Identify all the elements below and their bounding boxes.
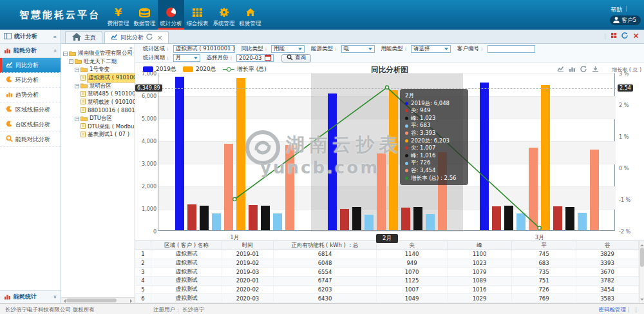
- tree-node[interactable]: −湖南物业管理有限公司: [63, 50, 135, 58]
- filter-select[interactable]: 用能: [271, 45, 305, 53]
- tab-close-icon[interactable]: ×: [157, 34, 162, 41]
- tree-node[interactable]: −旺龙天下二期: [63, 58, 135, 66]
- refresh-toolbar-icon[interactable]: [580, 66, 587, 74]
- chevron-down-icon[interactable]: «: [52, 295, 58, 299]
- calendar-icon[interactable]: [265, 54, 271, 62]
- query-button[interactable]: 查询: [281, 54, 311, 63]
- table-row[interactable]: 6虚拟测试2020-036430104910297693583: [135, 294, 644, 303]
- tree-expander-icon[interactable]: −: [75, 117, 79, 121]
- table-cell: 683: [512, 259, 576, 268]
- scroll-up-icon[interactable]: [640, 242, 644, 246]
- table-cell: 1079: [448, 268, 512, 276]
- filter-input[interactable]: 虚拟测试 ( 91010001 ): [173, 45, 235, 53]
- table-cell: 6747: [274, 277, 377, 285]
- filter-select[interactable]: 月: [173, 54, 200, 62]
- chevron-up-icon[interactable]: «: [52, 49, 58, 52]
- table-cell: 735: [512, 268, 576, 276]
- tree-expander-icon[interactable]: −: [63, 52, 68, 56]
- sidebar-item-能耗对比分析[interactable]: 能耗对比分析: [0, 132, 61, 147]
- tree-node[interactable]: DTU采集 ( Modbus_D: [63, 123, 135, 131]
- table-row[interactable]: 4虚拟测试2020-016747112510897513782: [135, 277, 644, 286]
- legend-item[interactable]: 2019总: [143, 65, 176, 74]
- filter-select[interactable]: 电: [341, 45, 375, 53]
- tab-home[interactable]: 主页: [65, 31, 102, 43]
- nav-item-database[interactable]: 数据管理: [131, 0, 158, 30]
- tree-node[interactable]: 慧明485 ( 91010003 ): [63, 90, 135, 99]
- legend-swatch: [183, 66, 193, 72]
- document-icon: [80, 91, 86, 98]
- gear-icon: [219, 6, 229, 19]
- tree-node-label: 基表测试1 ( 07 ): [87, 131, 130, 139]
- tree-node[interactable]: 基表测试1 ( 07 ): [63, 131, 135, 139]
- tab-label: 同比分析: [120, 34, 144, 42]
- legend-label: 2019总: [156, 65, 176, 74]
- table-row[interactable]: 1虚拟测试2019-016814114011007453829: [135, 250, 644, 259]
- scroll-down-icon[interactable]: [640, 299, 644, 302]
- tooltip-row: 峰: 1,016: [405, 152, 463, 160]
- table-cell: 1007: [377, 286, 448, 294]
- close-icon[interactable]: [633, 33, 639, 40]
- sidebar-item-label: 同比分析: [15, 61, 39, 70]
- nav-item-gear[interactable]: 系统管理: [211, 0, 237, 30]
- tree-node[interactable]: 88010016 ( 8801 ): [63, 106, 135, 115]
- legend-item[interactable]: 增长率 (总): [223, 65, 267, 74]
- table-row[interactable]: 3虚拟测试2019-036554107010797353670: [135, 268, 644, 277]
- filter-label: 同比类型：: [242, 45, 269, 53]
- filter-value: 月: [176, 54, 182, 62]
- sidebar-item-台区线损分析[interactable]: 台区线损分析: [0, 117, 61, 132]
- scrollbar-thumb[interactable]: [640, 248, 644, 267]
- filter-value: 电: [344, 45, 350, 53]
- tree-node[interactable]: −DTU台区: [63, 115, 135, 123]
- help-link[interactable]: 帮助: [611, 6, 622, 14]
- tree-node[interactable]: 虚拟测试 ( 91010001 ): [63, 74, 135, 83]
- filter-select[interactable]: 请选择: [411, 45, 451, 53]
- x-axis-label: 1月: [215, 234, 254, 242]
- document-icon: [80, 75, 86, 82]
- date-input[interactable]: 2020-03: [236, 54, 274, 62]
- footer-link[interactable]: 密码检管理: [599, 306, 627, 314]
- sidebar-collapse-icon[interactable]: «: [53, 34, 57, 40]
- table-icon: [192, 6, 203, 19]
- grid-icon[interactable]: [611, 32, 617, 40]
- header-divider: |: [625, 5, 627, 12]
- tree-node[interactable]: −1号专变: [63, 66, 135, 74]
- sidebar-item-趋势分析[interactable]: 趋势分析: [0, 88, 61, 103]
- sidebar-menu: 同比分析环比分析趋势分析区域线损分析台区线损分析能耗对比分析: [0, 58, 61, 147]
- tooltip-row: 尖: 949: [405, 107, 463, 115]
- tab-active[interactable]: 同比分析×: [104, 31, 169, 43]
- table-row[interactable]: 5虚拟测试2020-026203100710167263454: [135, 286, 644, 295]
- sidebar-panel-header[interactable]: 统计分析 «: [0, 30, 61, 44]
- legend-line-marker: [223, 66, 234, 72]
- bars-toolbar-icon[interactable]: [569, 66, 576, 74]
- filter-input[interactable]: [488, 45, 535, 53]
- legend-item[interactable]: 2020总: [183, 65, 216, 74]
- sidebar: 统计分析 « 能耗分析 « 同比分析环比分析趋势分析区域线损分析台区线损分析能耗…: [0, 30, 61, 303]
- table-cell: 751: [512, 277, 576, 285]
- sidebar-section-energy-statistics[interactable]: 能耗统计 «: [0, 290, 61, 303]
- table-row[interactable]: 2虚拟测试2019-02604894910236833393: [135, 259, 644, 268]
- refresh-icon[interactable]: [621, 32, 629, 40]
- table-vertical-scrollbar[interactable]: [639, 241, 644, 304]
- tree-node[interactable]: 慧明载波 ( 91010004 ): [63, 99, 135, 107]
- tree-expander-icon[interactable]: −: [69, 59, 73, 64]
- chevron-down-icon: [444, 48, 448, 52]
- tree-node[interactable]: −慧明台区: [63, 82, 135, 90]
- nav-item-home[interactable]: 租赁管理: [237, 0, 263, 30]
- sidebar-item-同比分析[interactable]: 同比分析: [0, 58, 61, 73]
- nav-item-table[interactable]: 综合报表: [184, 0, 211, 30]
- download-toolbar-icon[interactable]: [592, 66, 599, 74]
- tab-refresh-icon[interactable]: [146, 34, 153, 41]
- tree-horizontal-scrollbar[interactable]: [61, 297, 135, 303]
- sidebar-item-环比分析[interactable]: 环比分析: [0, 73, 61, 88]
- sidebar-item-区域线损分析[interactable]: 区域线损分析: [0, 103, 61, 117]
- user-menu[interactable]: 客户5: [610, 15, 641, 25]
- table-cell: 1140: [377, 250, 448, 259]
- scrollbar-thumb[interactable]: [66, 299, 117, 302]
- tree-expander-icon[interactable]: −: [75, 68, 79, 72]
- nav-item-pie[interactable]: 统计分析: [158, 0, 184, 30]
- filter-label: 统计区域：: [143, 45, 171, 53]
- linechart-toolbar-icon[interactable]: [557, 66, 564, 74]
- tree-expander-icon[interactable]: −: [75, 84, 79, 88]
- sidebar-section-energy-analysis[interactable]: 能耗分析 «: [0, 44, 61, 58]
- nav-item-yuan[interactable]: ¥费用管理: [105, 0, 131, 30]
